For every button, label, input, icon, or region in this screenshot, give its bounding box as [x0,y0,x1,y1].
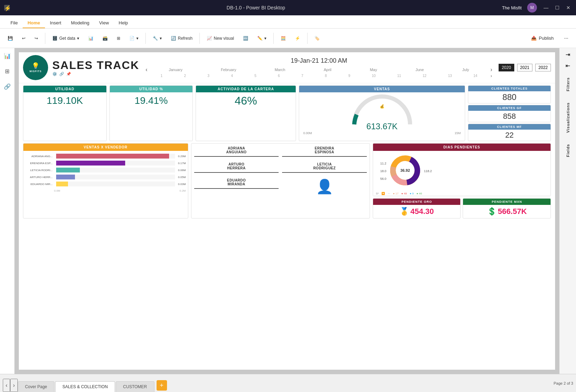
menu-file[interactable]: File [6,18,23,28]
new-visual-button[interactable]: 📈 New visual [203,34,237,43]
utilidad-pct-label: UTILIDAD % [110,86,193,92]
enter-data-button[interactable]: ⊞ [113,34,124,43]
seller-arturo: ARTUROHERRERA [194,162,279,175]
calc-icon: 🧮 [281,36,286,41]
edit-button[interactable]: ✏️▾ [254,34,270,43]
excel-button[interactable]: 📊 [85,34,97,43]
fields-tab[interactable]: Fields [566,140,570,161]
next-page-button[interactable]: › [10,379,17,392]
titlebar-left: ⚡ [4,5,10,10]
ventas-vendedor-chart: VENTAS X VENDEDOR ADRIANA ANG... 0.29M E… [23,143,188,218]
seller-erendira: ERENDIRAESPINOSA [282,146,367,159]
expand-button[interactable]: ⋯ [561,34,572,43]
bar-row-arturo: ARTURO HERR... 0.05M [25,175,186,179]
seller-adriana: ADRIANAANGUIANO [194,146,279,159]
minimize-button[interactable]: — [543,4,550,11]
data-view-icon[interactable]: ⊞ [2,66,12,76]
ventas-max: 15M [455,131,461,135]
expand-icon: ⋯ [564,36,568,41]
refresh-icon: 🔄 [171,36,176,41]
save-button[interactable]: 💾 [4,34,16,43]
tab-cover-page[interactable]: Cover Page [18,381,54,392]
chevron-icon2: ▾ [160,36,162,41]
company-logo: 💡 MISFITS [23,55,48,80]
sql-button[interactable]: 🗃️ [99,34,111,43]
pendiente-mxn-label: PENDIENTE MXN [463,199,551,205]
get-data-label: Get data [59,36,75,41]
publish-button[interactable]: 📤 Publish [526,33,559,43]
prev-month-button[interactable]: ‹ [144,66,150,74]
menu-insert[interactable]: Insert [45,18,66,28]
utilidad-label: UTILIDAD [23,86,106,92]
chevron-down-icon: ▾ [77,36,79,41]
calculator-button[interactable]: 🧮 [277,34,289,43]
sql-icon: 🗃️ [103,36,108,41]
refresh-button[interactable]: 🔄 Refresh [167,34,196,43]
bar-row-eduardo: EDUARDO MIR... 0.03M [25,182,186,186]
clientes-mf-label: CLIENTES MF [468,124,551,130]
redo-icon: ↪ [35,36,38,41]
table-icon: ⊞ [117,36,120,41]
refresh-label: Refresh [178,36,192,41]
maximize-button[interactable]: ☐ [554,4,561,11]
prev-page-button[interactable]: ‹ [3,379,10,392]
year-selector: 2020 2021 2022 [499,64,551,71]
month-apr: April [324,68,331,72]
filters-tab[interactable]: Filters [566,73,570,95]
dias-pendientes-section: DIAS PENDIENTES 11.2 18.0 56.0 [373,143,551,218]
menu-modeling[interactable]: Modeling [66,18,94,28]
year-2022-button[interactable]: 2022 [535,64,551,71]
tab-sales-collection[interactable]: SALES & COLLECTION [55,381,115,392]
next-day-button[interactable]: › [488,74,494,78]
window-controls: — ☐ ✕ [543,4,572,11]
report-view-icon[interactable]: 📊 [2,51,12,61]
database-icon: 🗄️ [52,36,58,41]
clientes-totales-label: CLIENTES TOTALES [468,86,551,91]
year-2021-button[interactable]: 2021 [517,64,533,71]
left-panel: 📊 ⊞ 🔗 [0,48,15,374]
separator-3 [199,33,200,44]
separator-2 [145,33,146,44]
back-icon[interactable]: ⇤ [563,61,573,70]
edit-icon: ✏️ [257,36,263,41]
svg-text:💰: 💰 [380,104,385,109]
close-button[interactable]: ✕ [565,4,572,11]
menubar: File Home Insert Modeling View Help [0,15,576,29]
month-feb: February [221,68,236,72]
visualizations-tab[interactable]: Visualizations [566,98,570,137]
utilidad-value: 119.10K [23,92,106,109]
pendiente-row: PENDIENTE ORO 🥇 454.30 PENDIENTE MXN 💲 5… [373,198,551,218]
menu-home[interactable]: Home [23,18,45,28]
next-month-button[interactable]: › [488,66,494,74]
clientes-mf-value: 22 [468,130,551,141]
pendiente-oro-label: PENDIENTE ORO [373,199,461,205]
separator-5 [307,33,308,44]
tab-customer[interactable]: CUSTOMER [116,381,154,392]
svg-text:36.92: 36.92 [400,168,410,172]
sensitivity-button[interactable]: 🏷️ [311,34,323,43]
model-view-icon[interactable]: 🔗 [2,82,12,91]
menu-view[interactable]: View [94,18,114,28]
publish-icon: 📤 [531,36,537,41]
right-panel: ⇥ ⇤ Filters Visualizations Fields [559,48,576,374]
avatar[interactable]: M [527,3,537,13]
dataflow-icon: 📄 [129,36,135,41]
page-info: Page 2 of 3 [554,381,573,385]
add-page-button[interactable]: + [157,380,167,391]
get-data-button[interactable]: 🗄️ Get data ▾ [49,34,83,43]
ventas-min: 0.00M [303,131,312,135]
menu-help[interactable]: Help [114,18,133,28]
text-box-button[interactable]: 🔤 [240,34,252,43]
transform-button[interactable]: 🔧▾ [149,34,165,43]
undo-button[interactable]: ↩ [18,34,29,43]
titlebar-right: The Misfit M — ☐ ✕ [502,3,572,13]
year-2020-button[interactable]: 2020 [499,64,514,71]
canvas-area: 💡 MISFITS SALES TRACK ⚙️ 🔗 📌 19-Jan-21 1… [15,48,559,374]
filter-icon[interactable]: ⇥ [563,49,573,59]
dataflow-button[interactable]: 📄▾ [126,34,142,43]
pendiente-mxn-value: 566.57K [498,207,527,216]
excel-icon: 📊 [88,36,93,41]
redo-button[interactable]: ↪ [31,34,41,43]
clientes-gf-card: CLIENTES GF 858 [468,105,551,122]
quick-measure-button[interactable]: ⚡ [291,34,304,43]
